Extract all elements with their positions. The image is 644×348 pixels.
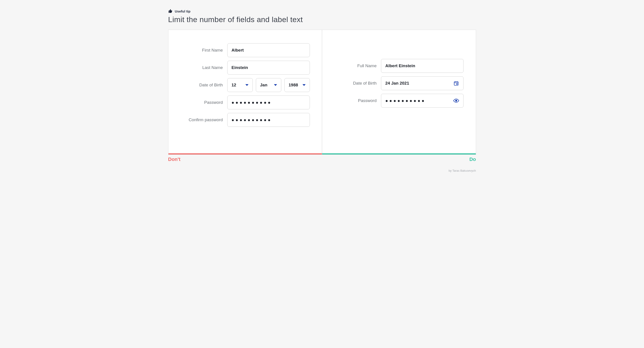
useful-tip-row: Useful tip (168, 9, 476, 14)
password-label-dont: Password (180, 100, 223, 105)
dob-day-value: 12 (232, 83, 236, 88)
eye-icon[interactable] (453, 98, 459, 104)
useful-tip-label: Useful tip (175, 9, 190, 13)
dob-value-do: 24 Jan 2021 (385, 81, 409, 86)
dob-year-value: 1988 (289, 83, 298, 88)
dob-year-select[interactable]: 1988 (284, 78, 310, 92)
chevron-down-icon (302, 84, 306, 86)
do-stripe (322, 153, 476, 154)
password-input-dont[interactable]: ●●●●●●●●●● (227, 96, 310, 109)
first-name-label: First Name (180, 48, 223, 53)
page-title: Limit the number of fields and label tex… (168, 15, 476, 24)
dont-stripe (168, 153, 322, 154)
dob-label-dont: Date of Birth (180, 83, 223, 88)
confirm-password-dots: ●●●●●●●●●● (232, 118, 272, 122)
password-dots-do: ●●●●●●●●●● (385, 98, 426, 103)
thumbs-up-icon (168, 9, 173, 14)
dob-month-select[interactable]: Jan (256, 78, 281, 92)
svg-point-5 (456, 100, 457, 102)
byline: by Taras Bakusevych (168, 169, 476, 172)
full-name-input[interactable]: Albert Einstein (381, 59, 464, 73)
calendar-icon[interactable] (453, 80, 459, 86)
dont-panel: First Name Albert Last Name Einstein (168, 30, 322, 154)
first-name-value: Albert (232, 48, 244, 53)
svg-rect-4 (456, 84, 458, 85)
password-label-do: Password (334, 98, 376, 103)
chevron-down-icon (274, 84, 277, 86)
password-dots-dont: ●●●●●●●●●● (232, 100, 272, 105)
last-name-label: Last Name (180, 65, 223, 70)
confirm-password-label: Confirm password (180, 117, 223, 122)
last-name-value: Einstein (232, 65, 248, 70)
dob-input-do[interactable]: 24 Jan 2021 (381, 76, 464, 90)
dob-label-do: Date of Birth (334, 81, 376, 86)
dob-month-value: Jan (260, 83, 268, 88)
chevron-down-icon (246, 84, 248, 86)
comparison-card: First Name Albert Last Name Einstein (168, 30, 476, 155)
confirm-password-input[interactable]: ●●●●●●●●●● (227, 113, 310, 127)
last-name-input[interactable]: Einstein (227, 61, 310, 75)
do-footer-label: Do (469, 156, 476, 162)
password-input-do[interactable]: ●●●●●●●●●● (381, 94, 464, 108)
full-name-value: Albert Einstein (385, 63, 415, 68)
dob-day-select[interactable]: 12 (227, 78, 253, 92)
full-name-label: Full Name (334, 63, 376, 68)
dont-footer-label: Don't (168, 156, 180, 162)
first-name-input[interactable]: Albert (227, 43, 310, 57)
do-panel: Full Name Albert Einstein Date of Birth … (322, 30, 476, 154)
svg-rect-0 (454, 82, 458, 85)
